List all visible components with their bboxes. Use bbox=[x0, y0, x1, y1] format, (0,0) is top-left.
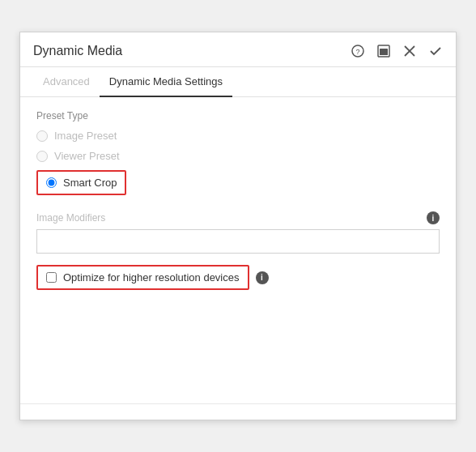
optimize-label: Optimize for higher resolution devices bbox=[63, 271, 240, 284]
viewer-preset-radio[interactable] bbox=[36, 151, 48, 162]
image-preset-option[interactable]: Image Preset bbox=[36, 130, 440, 142]
header-icons: ? bbox=[351, 44, 443, 58]
image-preset-radio[interactable] bbox=[36, 130, 48, 142]
confirm-icon[interactable] bbox=[428, 44, 443, 58]
image-preset-label: Image Preset bbox=[54, 130, 117, 142]
tab-dynamic-media-settings[interactable]: Dynamic Media Settings bbox=[100, 67, 232, 97]
preset-type-radio-group: Image Preset Viewer Preset Smart Crop bbox=[36, 130, 440, 198]
smart-crop-radio[interactable] bbox=[46, 177, 57, 188]
optimize-checkbox[interactable] bbox=[46, 272, 57, 283]
close-icon[interactable] bbox=[402, 44, 417, 58]
smart-crop-highlighted: Smart Crop bbox=[36, 170, 126, 195]
dialog-header: Dynamic Media ? bbox=[20, 32, 456, 67]
preset-type-label: Preset Type bbox=[36, 110, 440, 122]
image-modifiers-row: Image Modifiers i bbox=[36, 211, 440, 224]
dynamic-media-dialog: Dynamic Media ? bbox=[19, 32, 457, 420]
viewer-preset-option[interactable]: Viewer Preset bbox=[36, 150, 440, 162]
smart-crop-label: Smart Crop bbox=[63, 177, 117, 189]
dialog-footer bbox=[20, 403, 456, 420]
optimize-highlighted: Optimize for higher resolution devices bbox=[36, 265, 249, 290]
dialog-title: Dynamic Media bbox=[33, 44, 351, 58]
help-icon[interactable]: ? bbox=[351, 44, 365, 58]
tab-advanced[interactable]: Advanced bbox=[33, 67, 100, 97]
fullscreen-icon[interactable] bbox=[376, 44, 391, 58]
content-area: Preset Type Image Preset Viewer Preset S… bbox=[20, 97, 456, 303]
image-modifiers-input[interactable] bbox=[36, 229, 440, 254]
svg-rect-3 bbox=[380, 49, 388, 55]
svg-text:?: ? bbox=[356, 48, 360, 56]
dialog-body: Advanced Dynamic Media Settings Preset T… bbox=[20, 67, 456, 403]
smart-crop-option[interactable]: Smart Crop bbox=[36, 170, 440, 198]
viewer-preset-label: Viewer Preset bbox=[54, 150, 120, 162]
image-modifiers-info-icon[interactable]: i bbox=[427, 211, 440, 224]
optimize-row: Optimize for higher resolution devices i bbox=[36, 265, 440, 290]
optimize-info-icon[interactable]: i bbox=[256, 271, 269, 284]
image-modifiers-label: Image Modifiers bbox=[36, 212, 105, 224]
tabs: Advanced Dynamic Media Settings bbox=[20, 67, 456, 97]
